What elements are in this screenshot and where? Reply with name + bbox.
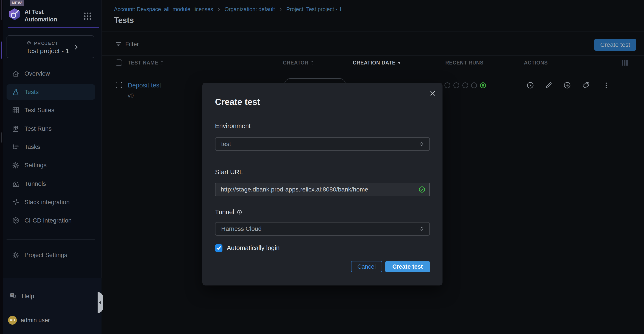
app-logo-icon[interactable] xyxy=(8,7,22,22)
sidebar-item-overview[interactable]: Overview xyxy=(6,66,95,81)
sidebar-collapse-handle[interactable] xyxy=(98,292,103,313)
cicd-hexagon-link-icon xyxy=(12,217,20,225)
test-name-link[interactable]: Deposit test xyxy=(128,82,161,89)
recent-run-dot[interactable] xyxy=(471,82,477,88)
sidebar-item-tasks[interactable]: Tasks xyxy=(6,139,95,154)
select-chevrons-icon xyxy=(418,141,425,147)
breadcrumb-project[interactable]: Project: Test project - 1 xyxy=(286,6,342,13)
home-icon xyxy=(12,70,20,78)
breadcrumb-account[interactable]: Account: Devspace_all_module_licenses xyxy=(114,6,213,13)
gear-icon xyxy=(12,161,20,169)
modal-title: Create test xyxy=(215,97,260,107)
sidebar-item-tests[interactable]: Tests xyxy=(6,84,95,100)
recent-run-dot[interactable] xyxy=(462,82,468,88)
project-selector[interactable]: PROJECT Test project - 1 xyxy=(6,35,94,58)
sidebar-item-project-settings[interactable]: Project Settings xyxy=(6,247,95,263)
sidebar-item-settings[interactable]: Settings xyxy=(6,157,95,173)
chevron-right-icon xyxy=(216,7,221,12)
tunnel-select[interactable]: Harness Cloud xyxy=(215,222,430,236)
table-divider xyxy=(102,69,644,69)
create-test-button[interactable]: Create test xyxy=(594,39,636,51)
project-card-name: Test project - 1 xyxy=(26,47,69,55)
sidebar-item-label: Tasks xyxy=(24,143,40,150)
valid-check-icon xyxy=(418,186,426,193)
sidebar-item-label: Project Settings xyxy=(24,252,67,259)
start-url-value: http://stage.dbank.prod-apps.relicx.ai:8… xyxy=(221,186,368,193)
tunnel-label: Tunnel xyxy=(215,209,242,216)
rail-segment xyxy=(1,0,2,20)
sidebar-item-cicd-integration[interactable]: CI-CD integration xyxy=(6,213,95,228)
recent-run-dot[interactable] xyxy=(454,82,459,88)
task-list-icon xyxy=(12,143,20,151)
help-button[interactable]: ? Help xyxy=(4,288,92,304)
recent-run-dot[interactable] xyxy=(444,82,450,88)
sort-desc-icon xyxy=(397,61,401,65)
close-icon[interactable] xyxy=(428,89,437,97)
column-header-creator[interactable]: CREATOR xyxy=(283,59,314,66)
filter-icon xyxy=(115,41,122,48)
user-menu[interactable]: AU admin user xyxy=(4,312,92,328)
column-header-recent-runs: RECENT RUNS xyxy=(445,59,484,66)
help-label: Help xyxy=(22,293,34,300)
column-header-test-name[interactable]: TEST NAME xyxy=(128,59,164,66)
sidebar-divider xyxy=(6,239,95,240)
column-header-creation-date[interactable]: CREATION DATE xyxy=(353,59,401,66)
add-plus-circle-icon[interactable] xyxy=(563,81,571,89)
tunnel-value: Harness Cloud xyxy=(221,225,262,232)
modal-create-test-button[interactable]: Create test xyxy=(385,261,430,272)
sort-arrows-icon xyxy=(310,60,314,65)
breadcrumb: Account: Devspace_all_module_licenses Or… xyxy=(114,6,342,13)
app-title: AI Test Automation xyxy=(24,8,57,23)
run-test-icon[interactable] xyxy=(526,81,534,89)
tunnel-icon xyxy=(12,180,20,188)
breadcrumb-organization[interactable]: Organization: default xyxy=(224,6,275,13)
sidebar-item-label: Test Runs xyxy=(24,125,52,132)
start-url-input[interactable]: http://stage.dbank.prod-apps.relicx.ai:8… xyxy=(215,183,430,196)
project-cube-icon xyxy=(26,41,32,46)
sidebar-item-label: Tests xyxy=(24,89,39,96)
project-card-label: PROJECT xyxy=(34,41,58,46)
sidebar-item-label: Overview xyxy=(24,70,50,77)
sidebar-item-slack-integration[interactable]: Slack integration xyxy=(6,195,95,210)
select-all-checkbox[interactable] xyxy=(116,59,122,66)
column-header-actions: ACTIONS xyxy=(524,59,548,66)
new-badge: NEW xyxy=(10,0,24,6)
left-module-rail xyxy=(0,0,3,334)
sidebar-divider xyxy=(6,274,95,274)
sidebar-item-label: Test Suites xyxy=(24,107,54,114)
apps-grid-icon[interactable] xyxy=(83,11,92,21)
cancel-button[interactable]: Cancel xyxy=(351,261,382,272)
sidebar-item-label: Settings xyxy=(24,162,46,169)
brand-accent-line xyxy=(8,27,99,28)
auto-login-checkbox[interactable] xyxy=(215,244,222,252)
filter-button[interactable]: Filter xyxy=(115,41,139,48)
sidebar-item-label: Tunnels xyxy=(24,180,46,187)
sidebar-item-tunnels[interactable]: Tunnels xyxy=(6,176,95,192)
tag-icon[interactable] xyxy=(582,81,590,89)
checkmark-icon xyxy=(215,244,222,252)
chevron-right-icon xyxy=(72,44,80,51)
slack-icon xyxy=(12,198,20,206)
environment-select[interactable]: test xyxy=(215,137,430,151)
page-title: Tests xyxy=(114,16,134,25)
environment-label: Environment xyxy=(215,122,250,130)
sidebar-item-label: CI-CD integration xyxy=(24,217,72,224)
more-options-kebab-icon[interactable] xyxy=(602,81,610,89)
header-divider xyxy=(102,31,644,32)
avatar: AU xyxy=(8,316,17,324)
sidebar-item-label: Slack integration xyxy=(24,199,70,206)
recent-run-dot-passed[interactable] xyxy=(480,82,486,88)
sidebar-item-test-runs[interactable]: Test Runs xyxy=(6,121,95,136)
sidebar-item-test-suites[interactable]: Test Suites xyxy=(6,102,95,118)
edit-pencil-icon[interactable] xyxy=(545,81,552,89)
rail-segment xyxy=(1,132,2,142)
flask-icon xyxy=(12,88,20,96)
sidebar: NEW AI Test Automation xyxy=(3,0,102,334)
column-settings-icon[interactable] xyxy=(622,60,628,66)
create-test-modal: Create test Environment test Start URL h… xyxy=(202,83,442,285)
filter-label: Filter xyxy=(125,41,139,48)
user-name: admin user xyxy=(21,317,50,324)
sidebar-footer: ? Help AU admin user xyxy=(3,278,102,334)
info-icon[interactable] xyxy=(237,210,242,215)
row-checkbox[interactable] xyxy=(116,82,122,88)
